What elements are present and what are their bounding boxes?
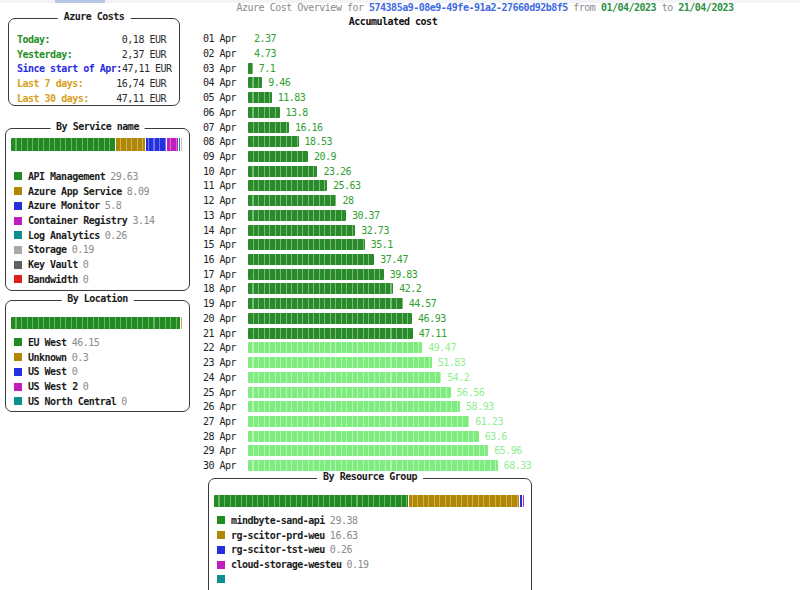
legend-item: US West 20 [14, 379, 88, 394]
chart-row: 19 Apr44.57 [203, 296, 436, 311]
report-header: Azure Cost Overview for 574385a9-08e9-49… [200, 2, 770, 16]
chart-value: 47.11 [419, 328, 447, 339]
cost-row-label: Today: [17, 34, 50, 45]
chart-row-label: 10 Apr [203, 166, 248, 177]
legend-label: Storage [28, 244, 67, 255]
chart-row-label: 02 Apr [203, 48, 248, 59]
legend-value: 0 [83, 381, 89, 392]
resource-group-breakdown-bar [214, 495, 524, 507]
service-breakdown-bar [11, 138, 182, 151]
chart-row: 23 Apr51.83 [203, 355, 465, 370]
chart-row-label: 18 Apr [203, 283, 248, 294]
chart-row-label: 04 Apr [203, 77, 248, 88]
chart-value: 58.93 [466, 401, 494, 412]
chart-value: 30.37 [352, 210, 380, 221]
terminal-screen: Azure Cost Overview for 574385a9-08e9-49… [0, 0, 800, 590]
chart-bar [248, 401, 460, 412]
chart-value: 16.16 [295, 122, 323, 133]
chart-row: 22 Apr49.47 [203, 341, 456, 356]
chart-bar [248, 210, 346, 221]
chart-value: 56.56 [457, 387, 485, 398]
legend-value: 8.09 [127, 186, 149, 197]
legend-value: 0 [121, 396, 127, 407]
chart-bar [248, 166, 317, 177]
chart-bar [248, 445, 488, 456]
chart-row-label: 20 Apr [203, 313, 248, 324]
chart-bar [248, 357, 432, 368]
chart-row-label: 17 Apr [203, 269, 248, 280]
chart-row: 12 Apr28 [203, 193, 353, 208]
cost-row-label: Last 7 days: [17, 78, 83, 89]
legend-item: Bandwidth0 [14, 272, 88, 287]
chart-row-label: 22 Apr [203, 342, 248, 353]
date-to: 21/04/2023 [678, 2, 733, 13]
chart-row: 16 Apr37.47 [203, 252, 408, 267]
legend-swatch [217, 516, 225, 524]
legend-label: Azure Monitor [28, 200, 100, 211]
legend-item: Log Analytics0.26 [14, 228, 127, 243]
legend-value: 46.15 [72, 337, 100, 348]
cost-row: Last 30 days:47,11 EUR [17, 91, 166, 106]
legend-value: 0 [83, 259, 89, 270]
chart-row-label: 26 Apr [203, 401, 248, 412]
chart-value: 32.73 [361, 225, 389, 236]
legend-label: Azure App Service [28, 186, 122, 197]
chart-bar [248, 431, 479, 442]
legend-label: US North Central [28, 396, 116, 407]
legend-item: rg-scitor-tst-weu0.26 [217, 542, 352, 557]
legend-swatch [14, 275, 22, 283]
chart-bar [248, 460, 498, 471]
legend-swatch [14, 187, 22, 195]
cost-row: Yesterday:2,37 EUR [17, 47, 166, 62]
legend-swatch [14, 246, 22, 254]
chart-row: 26 Apr58.93 [203, 399, 494, 414]
chart-value: 20.9 [314, 151, 336, 162]
legend-swatch [14, 217, 22, 225]
chart-value: 7.1 [259, 63, 276, 74]
legend-value: 29.63 [110, 171, 138, 182]
chart-value: 11.83 [278, 92, 306, 103]
legend-item: mindbyte-sand-api29.38 [217, 513, 357, 528]
legend-item: Azure App Service8.09 [14, 184, 149, 199]
legend-label: Bandwidth [28, 274, 78, 285]
chart-bar [248, 239, 365, 250]
chart-bar [248, 92, 272, 103]
cost-row: Today:0,18 EUR [17, 32, 166, 47]
chart-row: 02 Apr4.73 [203, 46, 276, 61]
legend-value: 0.26 [330, 544, 352, 555]
legend-label: US West [28, 366, 67, 377]
cost-row-label: Yesterday: [17, 49, 72, 60]
chart-row: 10 Apr23.26 [203, 164, 351, 179]
chart-row-label: 24 Apr [203, 372, 248, 383]
chart-value: 44.57 [409, 298, 437, 309]
legend-item: API Management29.63 [14, 169, 138, 184]
chart-row: 11 Apr25.63 [203, 179, 361, 194]
chart-value: 54.2 [447, 372, 469, 383]
legend-value: 16.63 [330, 530, 358, 541]
chart-bar [248, 151, 308, 162]
by-location-panel-title: By Location [61, 293, 134, 304]
chart-row: 05 Apr11.83 [203, 90, 305, 105]
legend-value: 0.19 [346, 559, 368, 570]
cost-row-value: 47,11 EUR [116, 93, 166, 104]
chart-row: 07 Apr16.16 [203, 120, 323, 135]
legend-value: 0.19 [72, 244, 94, 255]
chart-value: 28 [342, 195, 353, 206]
chart-bar [248, 342, 422, 353]
chart-value: 9.46 [268, 77, 290, 88]
chart-value: 51.83 [438, 357, 466, 368]
legend-label: Key Vault [28, 259, 78, 270]
chart-value: 39.83 [390, 269, 418, 280]
chart-bar [248, 77, 262, 88]
chart-row: 21 Apr47.11 [203, 326, 446, 341]
chart-value: 49.47 [428, 342, 456, 353]
chart-bar [248, 372, 441, 383]
chart-row-label: 21 Apr [203, 328, 248, 339]
header-title: Azure Cost Overview [237, 2, 342, 13]
location-breakdown-bar [11, 317, 182, 329]
legend-label: API Management [28, 171, 105, 182]
chart-row-label: 05 Apr [203, 92, 248, 103]
cost-row-value: 2,37 EUR [122, 49, 166, 60]
legend-item: Unknown0.3 [14, 350, 88, 365]
chart-value: 42.2 [399, 283, 421, 294]
